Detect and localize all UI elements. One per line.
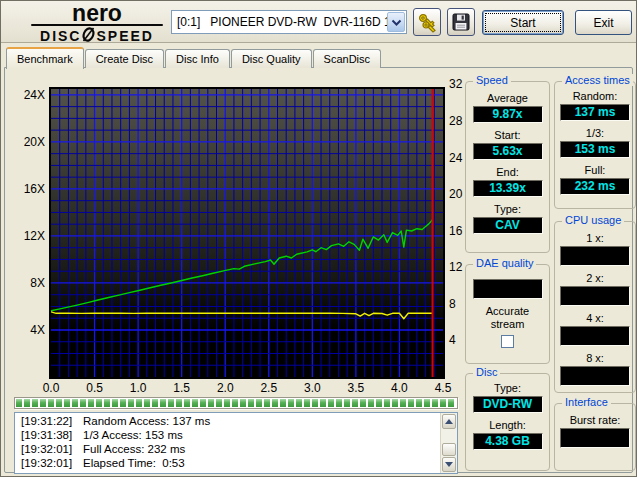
scrollbar-thumb[interactable] [442,443,456,456]
dae-quality-group-title: DAE quality [473,257,536,269]
logo-speed-word: SPEED [96,28,153,44]
nero-discspeed-logo: nero DISC SPEED [27,3,167,45]
end-speed-value: 13.39x [473,180,543,197]
status-log[interactable]: [19:31:22]Random Access: 137 ms[19:31:38… [14,412,458,474]
floppy-save-icon [452,13,470,31]
x-axis-tick-4.0: 4.0 [386,381,412,395]
x-axis-tick-1.0: 1.0 [125,381,151,395]
interface-group-title: Interface [562,396,611,408]
log-entry[interactable]: [19:31:38]1/3 Access: 153 ms [15,428,439,442]
x-axis-tick-0.5: 0.5 [82,381,108,395]
cpu-2x-value [560,286,630,306]
x-axis-tick-4.5: 4.5 [430,381,456,395]
full-access-label: Full: [555,164,635,176]
scroll-down-icon [445,462,453,467]
scroll-down-button[interactable] [442,457,456,472]
keys-icon [417,12,438,33]
burst-rate-value [560,428,630,448]
x-axis-tick-2.0: 2.0 [212,381,238,395]
cpu-3x-value [560,326,630,346]
tab-disc-info[interactable]: Disc Info [165,49,230,68]
drive-selector-dropdown-button[interactable] [387,12,405,32]
start-speed-label: Start: [466,129,549,141]
left-axis-tick-24X: 24X [7,88,45,102]
app-window: nero DISC SPEED [0:1] PIONEER DVD-RW DVR… [0,0,637,477]
average-speed-label: Average [466,92,549,104]
burst-rate-label: Burst rate: [555,414,635,426]
log-entry[interactable]: [19:32:01]Elapsed Time: 0:53 [15,456,439,470]
one-third-access-label: 1/3: [555,127,635,139]
save-button[interactable] [447,8,475,36]
left-axis-tick-4X: 4X [7,323,45,337]
logo-brand-text: nero [27,3,167,24]
left-axis-tick-20X: 20X [7,135,45,149]
disc-length-value: 4.38 GB [473,433,543,450]
benchmark-chart [49,87,445,379]
toolbar: nero DISC SPEED [0:1] PIONEER DVD-RW DVR… [1,1,636,43]
tab-benchmark[interactable]: Benchmark [6,47,84,69]
left-axis-tick-16X: 16X [7,182,45,196]
start-button[interactable]: Start [482,10,564,35]
disc-type-value: DVD-RW [473,396,543,413]
drive-selector-combobox[interactable]: [0:1] PIONEER DVD-RW DVR-116D 1.06 [171,10,407,34]
chevron-down-icon [391,18,402,27]
speed-group-title: Speed [473,74,511,86]
speed-type-label: Type: [466,203,549,215]
disc-length-label: Length: [466,419,549,431]
random-access-value: 137 ms [560,104,630,121]
log-entry-message: Random Access: 137 ms [83,414,210,428]
cpu-1x-value [560,246,630,266]
random-access-label: Random: [555,90,635,102]
tab-strip: BenchmarkCreate DiscDisc InfoDisc Qualit… [6,46,382,68]
x-axis-tick-2.5: 2.5 [256,381,282,395]
tab-create-disc[interactable]: Create Disc [85,49,164,68]
end-speed-label: End: [466,166,549,178]
log-scrollbar[interactable] [440,413,457,473]
log-entry[interactable]: [19:32:01]Full Access: 232 ms [15,442,439,456]
tab-disc-quality[interactable]: Disc Quality [231,49,312,68]
log-entry[interactable]: [19:31:22]Random Access: 137 ms [15,414,439,428]
tab-scandisc[interactable]: ScanDisc [313,49,381,68]
cpu-3x-label: 4 x: [555,312,635,324]
speed-type-value: CAV [473,217,543,234]
average-speed-value: 9.87x [473,106,543,123]
progress-bar-fill [16,399,456,407]
log-entry-message: 1/3 Access: 153 ms [83,428,183,442]
x-axis-tick-1.5: 1.5 [169,381,195,395]
disc-group: Disc Type: DVD-RW Length: 4.38 GB [465,373,550,471]
cpu-1x-label: 1 x: [555,232,635,244]
drive-selector-value: [0:1] PIONEER DVD-RW DVR-116D 1.06 [172,15,387,29]
accurate-stream-label: Accurate stream [477,305,539,331]
dae-quality-value [473,279,543,299]
cpu-usage-group-title: CPU usage [562,214,624,226]
exit-button-label: Exit [593,16,613,30]
cpu-4x-label: 8 x: [555,352,635,364]
logo-discspeed-text: DISC SPEED [27,27,167,45]
progress-bar [14,397,458,409]
disc-type-label: Type: [466,382,549,394]
start-speed-value: 5.63x [473,143,543,160]
x-axis-tick-0.0: 0.0 [38,381,64,395]
one-third-access-value: 153 ms [560,141,630,158]
speed-group: Speed Average 9.87x Start: 5.63x End: 13… [465,81,550,253]
full-access-value: 232 ms [560,178,630,195]
accurate-stream-checkbox[interactable] [501,335,514,348]
start-button-label: Start [510,16,535,30]
access-times-group-title: Access times [562,74,633,86]
cpu-4x-value [560,366,630,386]
options-button[interactable] [413,8,441,36]
exit-button[interactable]: Exit [575,10,632,35]
x-axis-tick-3.5: 3.5 [343,381,369,395]
log-entry-time: [19:31:38] [21,428,83,442]
left-axis-tick-8X: 8X [7,276,45,290]
interface-group: Interface Burst rate: [554,403,636,471]
cpu-2x-label: 2 x: [555,272,635,284]
log-entry-time: [19:32:01] [21,456,83,470]
cpu-usage-group: CPU usage 1 x:2 x:4 x:8 x: [554,221,636,393]
access-times-group: Access times Random: 137 ms 1/3: 153 ms … [554,81,636,209]
disc-group-title: Disc [473,366,500,378]
scroll-up-button[interactable] [442,414,456,429]
log-entry-message: Full Access: 232 ms [83,442,185,456]
status-log-list: [19:31:22]Random Access: 137 ms[19:31:38… [15,414,439,470]
log-entry-message: Elapsed Time: 0:53 [83,456,185,470]
